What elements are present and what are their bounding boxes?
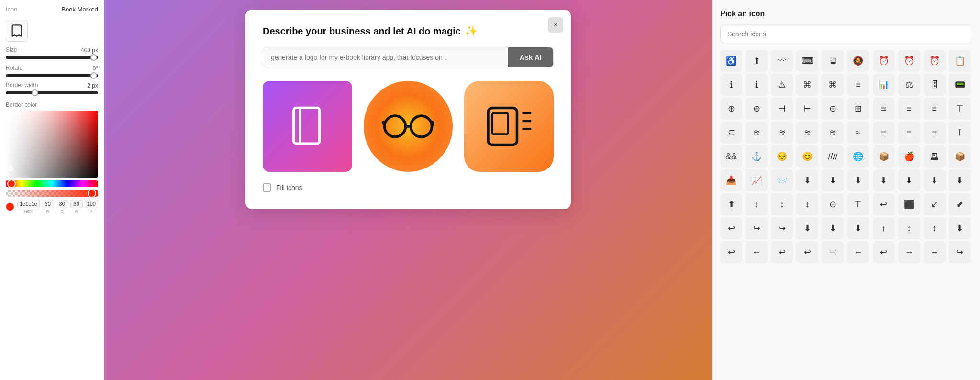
icon-cell[interactable]: ⊕ <box>720 98 742 120</box>
icon-cell[interactable]: 🍎 <box>898 145 920 168</box>
icon-preview-card-book[interactable] <box>263 81 352 172</box>
icon-cell[interactable]: ⬇ <box>873 169 895 191</box>
icon-cell[interactable]: ⬇ <box>949 217 971 239</box>
icon-cell[interactable]: ≋ <box>771 122 793 144</box>
icon-preview-card-glasses[interactable] <box>364 81 453 172</box>
color-picker[interactable] <box>6 111 98 178</box>
icon-cell[interactable]: 🗳 <box>924 145 946 168</box>
ai-prompt-input[interactable] <box>263 47 508 67</box>
icon-cell[interactable]: 🖥 <box>822 50 844 72</box>
fill-icons-checkbox[interactable] <box>263 183 271 192</box>
icon-cell[interactable]: ⊣ <box>822 241 844 263</box>
icon-cell[interactable]: ⌘ <box>822 74 844 96</box>
icon-cell[interactable]: 〰 <box>771 50 793 72</box>
icon-cell[interactable]: ⊢ <box>796 98 818 120</box>
icon-cell[interactable]: ⊺ <box>949 122 971 144</box>
r-value[interactable]: 30 <box>42 200 54 208</box>
icon-cell[interactable]: 🌐 <box>847 145 869 168</box>
icon-cell[interactable]: ⊞ <box>847 98 869 120</box>
icon-cell[interactable]: ⬇ <box>949 169 971 191</box>
icon-cell[interactable]: ⬇ <box>822 217 844 239</box>
icon-cell[interactable]: ↩ <box>720 241 742 263</box>
icon-cell[interactable]: ⚠ <box>771 74 793 96</box>
icon-cell[interactable]: 📟 <box>949 74 971 96</box>
icon-cell[interactable]: ⊆ <box>720 122 742 144</box>
icon-cell[interactable]: ← <box>847 241 869 263</box>
icon-cell[interactable]: ≡ <box>924 122 946 144</box>
icon-preview-card-tablet[interactable] <box>464 81 554 172</box>
icon-cell[interactable]: 📦 <box>873 145 895 168</box>
icon-cell[interactable]: ⏰ <box>924 50 946 72</box>
icon-cell[interactable]: ⌨ <box>796 50 818 72</box>
icon-cell[interactable]: ↩ <box>720 217 742 239</box>
icon-cell[interactable]: ↩ <box>771 241 793 263</box>
icon-cell[interactable]: 😔 <box>771 145 793 168</box>
icon-cell[interactable]: ↕ <box>796 193 818 215</box>
b-value[interactable]: 30 <box>70 200 83 208</box>
icon-cell[interactable]: ↪ <box>746 217 768 239</box>
color-swatch[interactable] <box>6 202 14 211</box>
ask-ai-button[interactable]: Ask AI <box>508 47 553 67</box>
icon-cell[interactable]: ⬆ <box>746 50 768 72</box>
icon-cell[interactable]: 🔕 <box>847 50 869 72</box>
icon-cell[interactable]: ⊣ <box>771 98 793 120</box>
icon-cell[interactable]: 🎛 <box>924 74 946 96</box>
icon-cell[interactable]: ↙ <box>924 193 946 215</box>
icon-cell[interactable]: ⚖ <box>898 74 920 96</box>
icon-cell[interactable]: ↪ <box>949 241 971 263</box>
icon-cell[interactable]: ↕ <box>898 217 920 239</box>
search-icons-input[interactable] <box>720 25 972 43</box>
icon-preview[interactable] <box>6 20 28 42</box>
icon-cell[interactable]: ≡ <box>924 98 946 120</box>
icon-cell[interactable]: ↔ <box>924 241 946 263</box>
icon-cell[interactable]: ← <box>746 241 768 263</box>
icon-cell[interactable]: ⬇ <box>924 169 946 191</box>
icon-cell[interactable]: ↪ <box>771 217 793 239</box>
opacity-thumb[interactable] <box>88 189 96 198</box>
icon-cell[interactable]: ⊤ <box>847 193 869 215</box>
g-value[interactable]: 30 <box>56 200 68 208</box>
border-width-slider-track[interactable] <box>6 91 98 94</box>
icon-cell[interactable]: ↕ <box>924 217 946 239</box>
icon-cell[interactable]: ↑ <box>873 217 895 239</box>
rotate-slider-thumb[interactable] <box>90 72 97 79</box>
a-value[interactable]: 100 <box>85 200 98 208</box>
icon-cell[interactable]: ⬇ <box>822 169 844 191</box>
size-slider-track[interactable] <box>6 56 98 59</box>
icon-cell[interactable]: 📥 <box>720 169 742 191</box>
icon-cell[interactable]: ↩ <box>796 241 818 263</box>
icon-cell[interactable]: ≋ <box>796 122 818 144</box>
hex-value[interactable]: 1e1e1e <box>17 200 40 208</box>
icon-cell[interactable]: ↩ <box>873 241 895 263</box>
icon-cell[interactable]: ≡ <box>847 74 869 96</box>
icon-cell[interactable]: 📦 <box>949 145 971 168</box>
size-slider-thumb[interactable] <box>90 54 97 61</box>
icon-cell[interactable]: ↕ <box>746 193 768 215</box>
icon-cell[interactable]: ⊙ <box>822 98 844 120</box>
icon-cell[interactable]: ↩ <box>873 193 895 215</box>
icon-cell[interactable]: ⏰ <box>873 50 895 72</box>
icon-cell[interactable]: ⏰ <box>898 50 920 72</box>
icon-cell[interactable]: ⬋ <box>949 193 971 215</box>
opacity-bar[interactable] <box>6 190 98 197</box>
icon-cell[interactable]: → <box>898 241 920 263</box>
icon-cell[interactable]: ≋ <box>746 122 768 144</box>
icon-cell[interactable]: 📈 <box>746 169 768 191</box>
icon-cell[interactable]: ♿ <box>720 50 742 72</box>
icon-cell[interactable]: ≡ <box>873 122 895 144</box>
icon-cell[interactable]: ⬇ <box>796 169 818 191</box>
icon-cell[interactable]: ⬇ <box>847 217 869 239</box>
icon-cell[interactable]: ≡ <box>898 98 920 120</box>
icon-cell[interactable]: && <box>720 145 742 168</box>
icon-cell[interactable]: 📋 <box>949 50 971 72</box>
icon-cell[interactable]: ⊕ <box>746 98 768 120</box>
icon-cell[interactable]: ℹ <box>720 74 742 96</box>
icon-cell[interactable]: ⬛ <box>898 193 920 215</box>
icon-cell[interactable]: 📊 <box>873 74 895 96</box>
icon-cell[interactable]: ⬆ <box>720 193 742 215</box>
border-width-slider-thumb[interactable] <box>32 89 38 96</box>
icon-cell[interactable]: 😊 <box>796 145 818 168</box>
rotate-slider-track[interactable] <box>6 74 98 77</box>
icon-cell[interactable]: ⬇ <box>796 217 818 239</box>
hue-bar[interactable] <box>6 180 98 187</box>
